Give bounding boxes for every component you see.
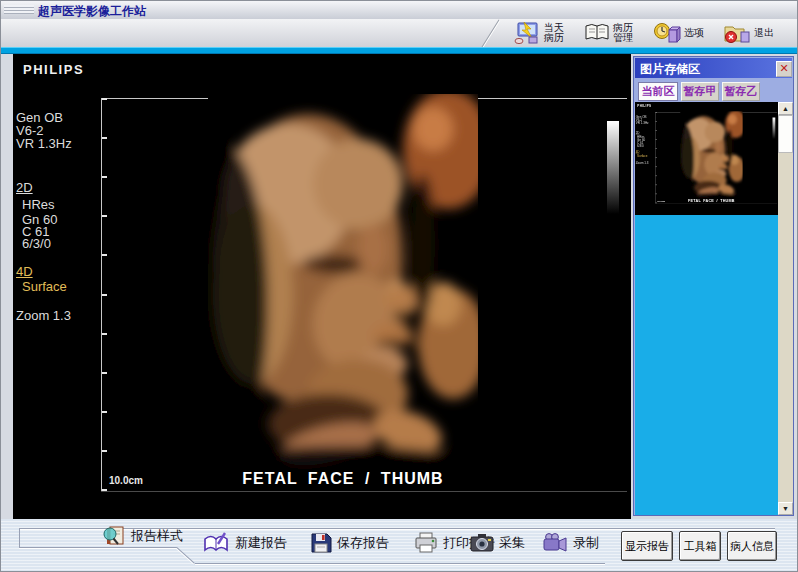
ruler-tick xyxy=(102,489,107,491)
today-records-label: 当天 病历 xyxy=(544,23,564,43)
records-manage-button[interactable]: 病历 管理 xyxy=(584,20,633,46)
toolbar-inner-border xyxy=(195,563,605,564)
exit-folder-icon xyxy=(723,21,751,45)
thumbnail-viewport[interactable]: PHILIPS Gen OB V6-2 VR 1.3Hz 2D HRes Gn … xyxy=(635,102,778,215)
new-report-icon xyxy=(201,531,231,555)
param-zoom: Zoom 1.3 xyxy=(16,309,71,322)
open-book-icon xyxy=(584,22,610,44)
scrollbar-thumb[interactable] xyxy=(778,115,793,153)
ruler-tick xyxy=(102,254,107,256)
param-frame-rate: VR 1.3Hz xyxy=(636,121,649,124)
options-label: 选项 xyxy=(684,28,704,38)
param-4d-label: 4D xyxy=(16,265,33,278)
save-report-label: 保存报告 xyxy=(337,534,389,552)
today-records-button[interactable]: 当天 病历 xyxy=(513,20,564,46)
image-frame-bottom xyxy=(101,491,627,492)
panel-scrollbar[interactable]: ▲ ▼ xyxy=(778,102,793,515)
ruler-tick xyxy=(102,294,107,296)
new-report-button[interactable]: 新建报告 xyxy=(201,531,287,555)
param-2d-hres: HRes xyxy=(22,198,55,211)
image-storage-panel: 图片存储区 ✕ 当前区 暂存甲 暂存乙 PHILIPS Gen OB V6-2 … xyxy=(633,56,794,516)
storage-panel-title: 图片存储区 xyxy=(640,61,700,78)
exit-label: 退出 xyxy=(754,28,774,38)
camera-icon xyxy=(469,532,495,554)
report-tab-left-border xyxy=(19,528,20,548)
ultrasound-display: PHILIPS Gen OB V6-2 VR 1.3Hz 2D HRes Gn … xyxy=(635,102,778,210)
grayscale-bar xyxy=(607,121,619,214)
ultrasound-display: PHILIPS Gen OB V6-2 VR 1.3Hz 2D HRes Gn … xyxy=(13,54,631,519)
image-caption: FETAL FACE / THUMB xyxy=(660,199,762,202)
scroll-up-icon[interactable]: ▲ xyxy=(778,102,793,115)
options-button[interactable]: 选项 xyxy=(653,20,704,46)
floppy-disk-icon xyxy=(309,531,333,555)
show-report-button[interactable]: 显示报告 xyxy=(621,531,673,561)
storage-panel-titlebar: 图片存储区 ✕ xyxy=(635,58,792,78)
record-label: 录制 xyxy=(573,534,599,552)
camcorder-icon xyxy=(541,532,569,554)
printer-icon xyxy=(413,531,439,555)
exit-button[interactable]: 退出 xyxy=(723,20,774,46)
capture-button[interactable]: 采集 xyxy=(469,532,525,554)
ruler-tick xyxy=(102,372,107,374)
storage-empty-area xyxy=(635,215,778,515)
param-2d-label: 2D xyxy=(636,131,640,134)
param-2d-persist: 6/3/0 xyxy=(637,144,644,147)
scroll-down-icon[interactable]: ▼ xyxy=(778,502,793,515)
ruler-tick xyxy=(102,137,107,139)
tab-temp-b[interactable]: 暂存乙 xyxy=(722,82,760,101)
application-window: 超声医学影像工作站 当天 病历 xyxy=(0,0,798,572)
tab-temp-a[interactable]: 暂存甲 xyxy=(681,82,719,101)
save-report-button[interactable]: 保存报告 xyxy=(309,531,389,555)
book-magnifier-icon xyxy=(101,525,127,547)
patient-info-button[interactable]: 病人信息 xyxy=(727,531,777,561)
ruler-tick xyxy=(102,333,107,335)
new-report-label: 新建报告 xyxy=(235,534,287,552)
accent-stripe xyxy=(1,47,798,54)
records-manage-label: 病历 管理 xyxy=(613,23,633,43)
ruler-tick xyxy=(102,176,107,178)
param-2d-label: 2D xyxy=(16,181,33,194)
param-frame-rate: VR 1.3Hz xyxy=(16,137,72,150)
clock-box-icon xyxy=(653,21,681,45)
ruler-tick xyxy=(102,215,107,217)
fetal-face-image xyxy=(208,94,478,474)
param-4d-surface: Surface xyxy=(22,280,67,293)
image-caption: FETAL FACE / THUMB xyxy=(123,472,563,485)
report-style-button[interactable]: 报告样式 xyxy=(101,525,183,547)
ruler-tick xyxy=(102,411,107,413)
computer-lightning-icon xyxy=(513,21,541,45)
report-tab-bottom-border xyxy=(19,547,177,548)
top-toolbar: 当天 病历 病历 管理 xyxy=(1,19,798,47)
machine-brand: PHILIPS xyxy=(637,104,651,107)
param-2d-persist: 6/3/0 xyxy=(22,237,51,250)
titlebar-grip xyxy=(4,5,34,14)
machine-brand: PHILIPS xyxy=(23,63,84,76)
param-4d-surface: Surface xyxy=(637,154,647,157)
param-zoom: Zoom 1.3 xyxy=(636,161,649,164)
tab-current-area[interactable]: 当前区 xyxy=(638,82,678,101)
fetal-face-image xyxy=(680,111,743,199)
title-bar: 超声医学影像工作站 xyxy=(1,1,798,20)
record-button[interactable]: 录制 xyxy=(541,532,599,554)
ruler-tick xyxy=(102,450,107,452)
grayscale-bar xyxy=(773,118,776,140)
toolbox-button[interactable]: 工具箱 xyxy=(679,531,721,561)
ruler-tick xyxy=(102,98,107,100)
toolbar-divider xyxy=(480,19,500,50)
report-style-label: 报告样式 xyxy=(131,527,183,545)
close-icon[interactable]: ✕ xyxy=(776,61,792,77)
window-title: 超声医学影像工作站 xyxy=(38,3,146,20)
capture-label: 采集 xyxy=(499,534,525,552)
